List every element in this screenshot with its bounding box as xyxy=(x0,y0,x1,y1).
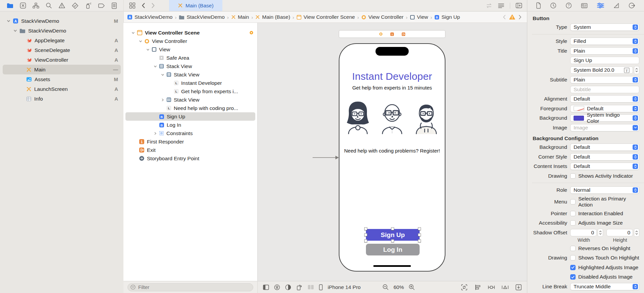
content-insets-popup[interactable]: Default xyxy=(570,163,639,170)
chevron-down-icon[interactable] xyxy=(7,19,10,23)
chevron-down-icon[interactable] xyxy=(146,48,150,51)
chevron-down-icon[interactable] xyxy=(13,29,17,33)
nav-row-viewcontroller[interactable]: ViewController A xyxy=(3,55,121,65)
alignment-popup[interactable]: Default xyxy=(570,95,639,103)
breadcrumb-project[interactable]: A StackViewDemo xyxy=(127,14,172,20)
chevron-down-icon[interactable] xyxy=(139,40,142,43)
selection-handle[interactable] xyxy=(391,239,394,242)
foreground-popup[interactable]: Default xyxy=(570,105,639,112)
outline-row-label-caption[interactable]: L Need help with coding pro... xyxy=(125,104,255,112)
source-control-icon[interactable] xyxy=(20,2,26,9)
shadow-height-stepper[interactable] xyxy=(634,229,639,237)
reports-icon[interactable] xyxy=(111,2,117,9)
outline-row-first-responder[interactable]: 1 First Responder xyxy=(125,137,255,146)
log-in-button[interactable]: Log In xyxy=(366,244,420,255)
subtitle-text-field[interactable]: Subtitle xyxy=(570,86,639,93)
avatar-woman-glasses[interactable] xyxy=(343,99,372,134)
identity-inspector-icon[interactable] xyxy=(581,3,588,8)
font-size-stepper[interactable] xyxy=(634,66,639,74)
outline-row-stack-view-inner[interactable]: Stack View xyxy=(125,70,255,79)
shows-touch-on-highlight-checkbox[interactable] xyxy=(570,255,576,260)
nav-row-info[interactable]: Info A xyxy=(3,94,121,104)
code-review-icon[interactable] xyxy=(486,3,492,8)
symbols-icon[interactable] xyxy=(33,3,39,9)
debug-icon[interactable] xyxy=(85,2,92,9)
accessibility-icon[interactable] xyxy=(274,284,280,290)
chevron-down-icon[interactable] xyxy=(131,31,135,35)
interaction-enabled-checkbox[interactable] xyxy=(570,211,576,216)
app-title-label[interactable]: Instant Developer xyxy=(339,71,445,82)
zoom-in-icon[interactable] xyxy=(409,284,415,290)
avatar-row[interactable] xyxy=(339,99,445,134)
forward-button[interactable] xyxy=(151,3,155,8)
outline-row-entry-point[interactable]: Storyboard Entry Point xyxy=(125,154,255,163)
resolve-issues-icon[interactable] xyxy=(502,284,508,290)
background-color-swatch[interactable] xyxy=(574,116,584,121)
warning-badge-icon[interactable] xyxy=(509,14,515,20)
outline-row-label-title[interactable]: L Instant Developer xyxy=(125,79,255,87)
nav-row-main[interactable]: Main — xyxy=(3,65,121,74)
scene-first-responder-icon[interactable]: 1 xyxy=(390,32,394,36)
adjusts-image-size-checkbox[interactable] xyxy=(570,220,576,226)
title-text-field[interactable]: Sign Up xyxy=(570,57,639,64)
breadcrumb-sign-up[interactable]: B Sign Up xyxy=(434,14,460,20)
avatar-beard-hoodie[interactable] xyxy=(412,99,441,134)
shadow-height-field[interactable]: 0 xyxy=(606,229,633,236)
line-break-popup[interactable]: Truncate Middle xyxy=(570,283,639,290)
selection-handle[interactable] xyxy=(418,233,421,236)
align-icon[interactable] xyxy=(475,284,481,290)
outline-row-stack-view-outer[interactable]: Stack View xyxy=(125,62,255,70)
next-issue-icon[interactable] xyxy=(519,15,522,19)
role-popup[interactable]: Normal xyxy=(570,186,639,194)
font-picker-icon[interactable]: T xyxy=(624,67,630,73)
find-icon[interactable] xyxy=(46,2,52,9)
outline-row-label-subtitle[interactable]: L Get help from experts i... xyxy=(125,87,255,96)
breakpoints-icon[interactable] xyxy=(98,3,105,8)
attributes-inspector-icon[interactable] xyxy=(597,3,604,8)
scene-vc-icon[interactable] xyxy=(379,32,383,36)
outline-row-exit[interactable]: Exit xyxy=(125,146,255,154)
chevron-down-icon[interactable] xyxy=(161,73,164,76)
size-inspector-icon[interactable] xyxy=(613,2,620,9)
file-inspector-icon[interactable] xyxy=(536,2,541,9)
connections-inspector-icon[interactable] xyxy=(629,2,635,9)
nav-row-appdelegate[interactable]: AppDelegate A xyxy=(3,36,121,45)
nav-row-group[interactable]: StackViewDemo xyxy=(3,26,121,36)
nav-row-scenedelegate[interactable]: SceneDelegate A xyxy=(3,45,121,55)
outline-row-log-in[interactable]: B Log In xyxy=(125,121,255,129)
add-constraints-icon[interactable] xyxy=(488,284,495,290)
scene-dot[interactable] xyxy=(250,31,253,35)
breadcrumb-view-controller[interactable]: View Controller xyxy=(361,14,404,20)
device-name[interactable]: iPhone 14 Pro xyxy=(328,284,361,290)
corner-style-popup[interactable]: Default xyxy=(570,153,639,161)
background-popup[interactable]: System Indigo Color xyxy=(570,114,639,122)
outline-row-stack-view-avatars[interactable]: Stack View xyxy=(125,96,255,104)
embed-icon[interactable] xyxy=(516,284,522,290)
selection-handle[interactable] xyxy=(364,239,367,242)
scene-exit-icon[interactable] xyxy=(401,32,406,36)
disabled-adjusts-image-checkbox[interactable] xyxy=(570,274,576,280)
image-combo[interactable]: Image xyxy=(570,124,639,131)
nav-row-assets[interactable]: Assets M xyxy=(3,74,121,84)
shadow-width-stepper[interactable] xyxy=(598,229,603,237)
zoom-level[interactable]: 60% xyxy=(393,284,404,290)
storyboard-entry-arrow[interactable] xyxy=(313,155,339,160)
selection-handle[interactable] xyxy=(364,233,367,236)
caption-label[interactable]: Need help with coding problems? Register… xyxy=(339,148,445,154)
app-subtitle-label[interactable]: Get help from experts in 15 minutes xyxy=(339,85,445,91)
breadcrumb-scene[interactable]: View Controller Scene xyxy=(297,14,355,20)
storyboard-canvas[interactable]: 1 Instant Developer Get help from expert… xyxy=(258,23,527,281)
chevron-right-icon[interactable] xyxy=(154,132,157,135)
avatar-bald-glasses[interactable] xyxy=(378,99,407,134)
zoom-out-icon[interactable] xyxy=(382,284,389,290)
editor-options-icon[interactable] xyxy=(498,3,504,8)
selection-handle[interactable] xyxy=(364,227,367,230)
outline-row-safe-area[interactable]: Safe Area xyxy=(125,54,255,62)
selection-handle[interactable] xyxy=(418,227,421,230)
filter-field[interactable] xyxy=(127,283,253,291)
chevron-right-icon[interactable] xyxy=(161,98,164,102)
tests-icon[interactable] xyxy=(72,2,78,9)
type-popup[interactable]: System xyxy=(570,23,639,31)
outline-row-constraints[interactable]: Constraints xyxy=(125,129,255,137)
nav-row-project[interactable]: A StackViewDemo M xyxy=(3,16,121,26)
